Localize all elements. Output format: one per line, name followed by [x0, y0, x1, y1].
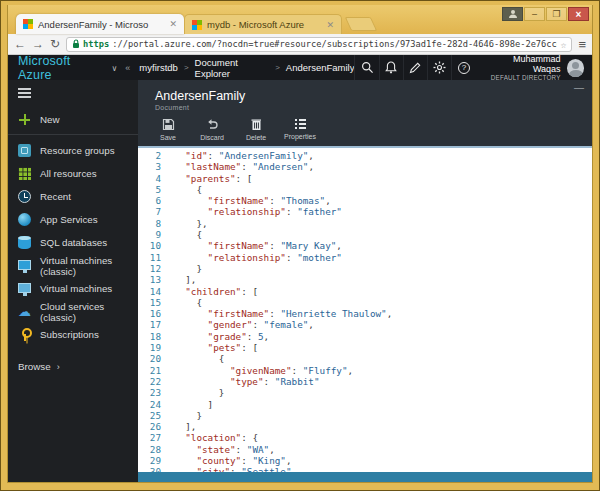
sidebar-item-virtual-machines[interactable]: Virtual machines [8, 277, 138, 300]
properties-button[interactable]: Properties [280, 118, 320, 141]
sidebar-item-subscriptions[interactable]: Subscriptions [8, 323, 138, 346]
sidebar-item-browse[interactable]: Browse › [8, 356, 138, 377]
new-tab-button[interactable] [345, 17, 378, 31]
code-line: 8 }, [138, 218, 592, 229]
line-number: 21 [138, 365, 174, 376]
avatar[interactable] [567, 59, 584, 77]
discard-icon [206, 118, 219, 131]
url-text: ://portal.azure.com/?nocdn=true#resource… [112, 39, 557, 49]
sidebar-item-label: Subscriptions [40, 329, 99, 340]
code-line: 4 "parents": [ [138, 173, 592, 184]
hamburger-menu-icon[interactable] [18, 88, 31, 100]
line-number: 10 [138, 240, 174, 251]
forward-icon[interactable]: → [32, 38, 44, 50]
code-line: 16 "firstName": "Henriette Thaulow", [138, 308, 592, 319]
breadcrumb-collapse-icon[interactable]: « [125, 63, 130, 73]
virtual-machines-icon [18, 283, 31, 293]
settings-gear-icon[interactable] [427, 55, 451, 80]
code-line: 20 { [138, 353, 592, 364]
line-number: 9 [138, 229, 174, 240]
breadcrumb-separator: > [184, 63, 189, 72]
line-number: 8 [138, 218, 174, 229]
account-menu[interactable]: Muhammad Waqas DEFAULT DIRECTORY [486, 54, 561, 82]
back-icon[interactable]: ← [14, 38, 26, 50]
all-resources-icon [18, 167, 31, 180]
blade-header: AndersenFamily Document [138, 80, 592, 111]
code-line: 11 "relationship": "mother" [138, 252, 592, 263]
user-name: Muhammad Waqas [486, 54, 561, 75]
sidebar-item-resource-groups[interactable]: Resource groups [8, 139, 138, 162]
json-editor[interactable]: 2 "id": "AndersenFamily",3 "lastName": "… [138, 146, 592, 472]
blade-minimize-icon[interactable]: — [574, 82, 584, 93]
code-line: 15 { [138, 297, 592, 308]
sidebar-item-recent[interactable]: Recent [8, 185, 138, 208]
line-number: 29 [138, 455, 174, 466]
code-line: 13 ], [138, 274, 592, 285]
line-number: 13 [138, 274, 174, 285]
breadcrumb-document-explorer[interactable]: Document Explorer [195, 57, 270, 79]
resource-groups-icon [18, 144, 31, 157]
line-number: 26 [138, 421, 174, 432]
breadcrumb-andersenfamily[interactable]: AndersenFamily [286, 62, 355, 73]
azure-logo[interactable]: Microsoft Azure [18, 54, 104, 82]
bookmark-star-icon[interactable]: ☆ [560, 39, 566, 50]
code-line: 19 "pets": [ [138, 342, 592, 353]
chevron-down-icon[interactable]: ∨ [111, 64, 117, 73]
sidebar-item-new[interactable]: New [8, 108, 138, 131]
line-number: 5 [138, 184, 174, 195]
sidebar-item-label: Virtual machines [40, 283, 112, 294]
save-button[interactable]: Save [148, 118, 188, 141]
line-number: 28 [138, 444, 174, 455]
tab-strip: AndersenFamily - Microso ✕ mydb - Micros… [16, 14, 374, 34]
document-toolbar: Save Discard Delete Properties [138, 111, 592, 146]
address-bar[interactable]: https://portal.azure.com/?nocdn=true#res… [66, 37, 572, 52]
tab-close-icon[interactable]: ✕ [326, 20, 334, 30]
sidebar-item-label: Virtual machines (classic) [40, 255, 128, 277]
minimize-button[interactable]: – [524, 7, 545, 21]
line-number: 25 [138, 410, 174, 421]
line-number: 14 [138, 286, 174, 297]
profile-icon[interactable] [502, 7, 523, 21]
page-title: AndersenFamily [155, 89, 592, 103]
code-line: 21 "givenName": "Fluffy", [138, 365, 592, 376]
sidebar-item-virtual-machines-classic[interactable]: Virtual machines (classic) [8, 254, 138, 277]
app-services-icon [18, 213, 31, 226]
notifications-bell-icon[interactable] [379, 55, 403, 80]
delete-button[interactable]: Delete [236, 118, 276, 141]
plus-icon [18, 113, 31, 126]
code-line: 22 "type": "Rabbit" [138, 376, 592, 387]
tab-mydb[interactable]: mydb - Microsoft Azure ✕ [184, 14, 342, 34]
tab-close-icon[interactable]: ✕ [169, 19, 177, 29]
code-line: 5 { [138, 184, 592, 195]
code-line: 28 "state": "WA", [138, 444, 592, 455]
maximize-button[interactable]: ❐ [546, 7, 567, 21]
recent-icon [18, 190, 31, 203]
tab-andersenfamily[interactable]: AndersenFamily - Microso ✕ [16, 14, 184, 34]
window-controls: – ❐ × [502, 7, 589, 21]
feedback-pencil-icon[interactable] [403, 55, 427, 80]
sidebar-item-sql-databases[interactable]: SQL databases [8, 231, 138, 254]
cloud-services-icon: ☁ [18, 305, 31, 318]
virtual-machines-classic-icon [18, 260, 31, 270]
save-icon [162, 118, 175, 131]
refresh-icon[interactable]: ↻ [50, 38, 60, 50]
search-icon[interactable] [354, 55, 378, 80]
code-line: 14 "children": [ [138, 286, 592, 297]
subscriptions-icon [18, 328, 31, 341]
close-button[interactable]: × [568, 7, 589, 21]
code-line: 3 "lastName": "Andersen", [138, 161, 592, 172]
line-number: 15 [138, 297, 174, 308]
sidebar-item-all-resources[interactable]: All resources [8, 162, 138, 185]
sidebar-item-label: Cloud services (classic) [40, 301, 128, 323]
sidebar-item-cloud-services-classic[interactable]: ☁ Cloud services (classic) [8, 300, 138, 323]
browser-menu-icon[interactable]: ≡ [578, 37, 586, 52]
line-number: 17 [138, 319, 174, 330]
code-line: 26 ], [138, 421, 592, 432]
breadcrumb-myfirstdb[interactable]: myfirstdb [139, 62, 178, 73]
discard-button[interactable]: Discard [192, 118, 232, 141]
code-line: 23 } [138, 387, 592, 398]
sidebar-item-app-services[interactable]: App Services [8, 208, 138, 231]
help-icon[interactable]: ? [451, 55, 475, 80]
tab-title: mydb - Microsoft Azure [207, 19, 321, 30]
sidebar: New Resource groups All resources Recent… [8, 80, 138, 482]
